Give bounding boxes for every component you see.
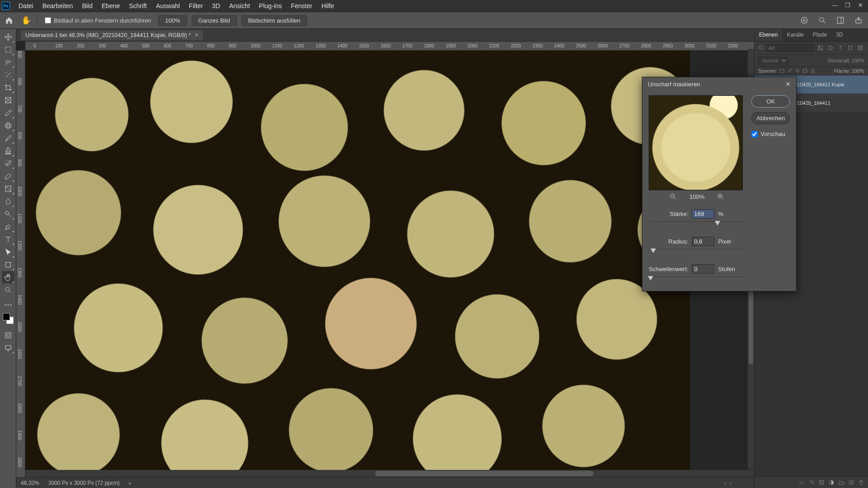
hand-tool[interactable] <box>2 271 14 283</box>
panel-tab-kanäle[interactable]: Kanäle <box>782 29 808 41</box>
fx-icon[interactable] <box>808 479 815 486</box>
menu-schrift[interactable]: Schrift <box>125 1 151 10</box>
restore-icon[interactable]: ❐ <box>842 2 854 10</box>
blend-mode-select[interactable]: Normal <box>758 56 788 65</box>
fill-value[interactable]: 100% <box>852 68 864 74</box>
cloud-docs-icon[interactable] <box>799 15 810 26</box>
heal-tool[interactable] <box>2 119 14 131</box>
layers-footer <box>755 476 868 488</box>
shape-tool[interactable] <box>2 258 14 271</box>
minimize-icon[interactable]: — <box>829 2 841 10</box>
dialog-preview[interactable] <box>649 95 743 190</box>
edit-toolbar-icon[interactable] <box>2 300 14 310</box>
close-icon[interactable]: ✕ <box>854 2 866 10</box>
search-icon[interactable] <box>758 45 764 51</box>
amount-input[interactable] <box>692 209 714 219</box>
filter-type-icon[interactable] <box>836 44 844 52</box>
wand-tool[interactable] <box>2 69 14 81</box>
zoom-100-button[interactable]: 100% <box>158 15 187 26</box>
dodge-tool[interactable] <box>2 208 14 220</box>
frame-tool[interactable] <box>2 94 14 106</box>
gradient-tool[interactable] <box>2 183 14 195</box>
filter-image-icon[interactable] <box>816 44 825 52</box>
dialog-titlebar[interactable]: Unscharf maskieren ✕ <box>642 77 796 91</box>
move-tool[interactable] <box>2 31 14 43</box>
menu-datei[interactable]: Datei <box>14 1 38 10</box>
group-icon[interactable] <box>838 479 844 486</box>
opacity-value[interactable]: 100% <box>852 58 864 63</box>
stamp-tool[interactable] <box>2 145 14 157</box>
svg-rect-20 <box>818 46 822 50</box>
scroll-all-windows-checkbox[interactable]: Bildlauf in allen Fenstern durchführen <box>42 17 154 24</box>
layers-filter-input[interactable] <box>766 44 815 52</box>
eyedropper-tool[interactable] <box>2 107 14 119</box>
zoom-out-icon[interactable] <box>670 193 677 200</box>
lock-pixels-icon[interactable] <box>779 68 785 74</box>
menu-ansicht[interactable]: Ansicht <box>225 1 254 10</box>
share-icon[interactable] <box>853 15 864 26</box>
filter-shape-icon[interactable] <box>846 44 854 52</box>
color-swatches[interactable] <box>3 313 14 324</box>
workspace-icon[interactable] <box>835 15 846 26</box>
new-layer-icon[interactable] <box>848 479 854 486</box>
blur-tool[interactable] <box>2 195 14 207</box>
document-tab[interactable]: Unbenannt-1 bei 48,3% (IMG_20210420_1844… <box>21 30 203 40</box>
history-brush-tool[interactable] <box>2 157 14 169</box>
dialog-close-icon[interactable]: ✕ <box>785 80 791 88</box>
link-layers-icon[interactable] <box>798 479 805 486</box>
threshold-slider[interactable] <box>651 277 743 283</box>
horizontal-scrollbar[interactable] <box>25 470 754 477</box>
eraser-tool[interactable] <box>2 170 14 182</box>
pen-tool[interactable] <box>2 221 14 233</box>
zoom-tool[interactable] <box>2 284 14 296</box>
next-icon[interactable]: › <box>730 480 731 486</box>
menu-hilfe[interactable]: Hilfe <box>317 1 338 10</box>
search-icon[interactable] <box>817 15 828 26</box>
quickmask-icon[interactable] <box>2 329 14 341</box>
menu-filter[interactable]: Filter <box>185 1 207 10</box>
type-tool[interactable] <box>2 233 14 245</box>
filter-adjust-icon[interactable] <box>826 44 835 52</box>
menu-3d[interactable]: 3D <box>208 1 224 10</box>
status-doc-info[interactable]: 3000 Px x 3000 Px (72 ppcm) <box>48 480 120 486</box>
fit-screen-button[interactable]: Ganzes Bild <box>192 15 237 26</box>
panel-tab-pfade[interactable]: Pfade <box>808 29 831 41</box>
screenmode-icon[interactable] <box>2 342 14 354</box>
panel-tab-ebenen[interactable]: Ebenen <box>755 29 782 41</box>
marquee-tool[interactable] <box>2 43 14 56</box>
prev-icon[interactable]: ‹ <box>724 480 726 486</box>
path-select-tool[interactable] <box>2 246 14 258</box>
lock-artboard-icon[interactable] <box>802 68 808 74</box>
hand-tool-icon[interactable]: ✋ <box>20 14 33 27</box>
menu-fenster[interactable]: Fenster <box>287 1 316 10</box>
ok-button[interactable]: OK <box>751 95 790 108</box>
adjustment-icon[interactable] <box>828 479 835 486</box>
status-zoom[interactable]: 48,32% <box>21 480 39 486</box>
brush-tool[interactable] <box>2 132 14 144</box>
menu-ebene[interactable]: Ebene <box>98 1 124 10</box>
menu-auswahl[interactable]: Auswahl <box>152 1 184 10</box>
lasso-tool[interactable] <box>2 56 14 68</box>
lock-all-icon[interactable] <box>810 68 816 74</box>
lock-brush-icon[interactable] <box>787 68 793 74</box>
fill-screen-button[interactable]: Bildschirm ausfüllen <box>241 15 307 26</box>
crop-tool[interactable] <box>2 81 14 94</box>
panel-tab-3d[interactable]: 3D <box>831 29 847 41</box>
trash-icon[interactable] <box>858 479 864 486</box>
close-tab-icon[interactable]: ✕ <box>194 32 198 38</box>
filter-smart-icon[interactable] <box>856 44 864 52</box>
threshold-input[interactable] <box>692 264 714 274</box>
radius-slider[interactable] <box>651 249 743 255</box>
menu-plug-ins[interactable]: Plug-ins <box>255 1 286 10</box>
radius-input[interactable] <box>692 237 714 246</box>
menu-bild[interactable]: Bild <box>78 1 96 10</box>
amount-slider[interactable] <box>651 221 743 228</box>
home-button[interactable] <box>3 14 15 27</box>
menu-bearbeiten[interactable]: Bearbeiten <box>38 1 77 10</box>
lock-move-icon[interactable] <box>795 68 800 74</box>
preview-checkbox[interactable]: Vorschau <box>751 131 790 137</box>
options-bar: ✋ Bildlauf in allen Fenstern durchführen… <box>0 12 868 29</box>
mask-icon[interactable] <box>818 479 825 486</box>
zoom-in-icon[interactable] <box>717 193 724 200</box>
cancel-button[interactable]: Abbrechen <box>751 112 790 124</box>
